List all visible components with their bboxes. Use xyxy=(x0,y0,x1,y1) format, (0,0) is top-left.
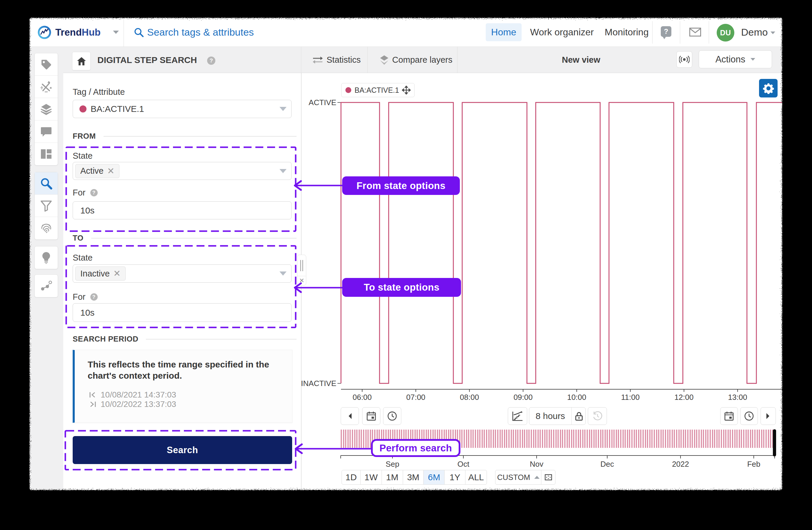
from-state-chip[interactable]: Active ✕ xyxy=(75,164,119,178)
zoom-preset-1w[interactable]: 1W xyxy=(361,470,382,484)
actions-button[interactable]: Actions xyxy=(699,50,772,68)
from-for-input[interactable]: 10s xyxy=(73,201,292,219)
sidebar-item-comments[interactable] xyxy=(35,121,58,143)
panel-collapse-button[interactable]: ✕ xyxy=(298,276,306,285)
end-time-button[interactable] xyxy=(740,407,758,425)
tag-color-dot xyxy=(79,106,87,112)
sidebar-rail xyxy=(29,47,63,490)
brand-name-bold: Trend xyxy=(55,27,82,38)
chart-settings-button[interactable] xyxy=(759,79,778,97)
sidebar-item-search[interactable] xyxy=(35,172,58,195)
title-help-icon[interactable]: ? xyxy=(207,57,215,65)
zoom-preset-1d[interactable]: 1D xyxy=(342,470,361,484)
from-state-select[interactable]: Active ✕ xyxy=(73,162,292,180)
skip-to-end-icon xyxy=(89,401,97,408)
nav-tab-home[interactable]: Home xyxy=(486,23,522,41)
skip-to-start-icon xyxy=(89,391,97,399)
compare-layers-button[interactable]: Compare layers xyxy=(373,47,457,73)
for-help-icon[interactable]: ? xyxy=(90,293,98,301)
for-help-icon[interactable]: ? xyxy=(90,189,98,196)
help-icon[interactable]: ? xyxy=(661,26,671,37)
zoom-preset-1y[interactable]: 1Y xyxy=(445,470,465,484)
header-divider xyxy=(652,21,653,44)
step-chart-icon xyxy=(512,411,523,421)
perform-search-callout: Perform search xyxy=(371,439,461,457)
end-calendar-button[interactable] xyxy=(720,407,738,425)
to-state-chip[interactable]: Inactive ✕ xyxy=(75,266,126,281)
trendhub-logo-icon xyxy=(38,26,51,39)
start-time-button[interactable] xyxy=(383,407,401,425)
context-tick-label: Feb xyxy=(747,460,760,469)
from-for-label: For xyxy=(73,188,86,198)
search-period-info-box: This reflects the time range specified i… xyxy=(73,350,292,423)
context-window-control[interactable]: 8 hours xyxy=(529,407,586,425)
note-line-1: This reflects the time range specified i… xyxy=(88,360,269,369)
sidebar-item-filter[interactable] xyxy=(35,195,58,217)
home-view-button[interactable] xyxy=(72,52,91,70)
sidebar-item-layers[interactable] xyxy=(35,98,58,121)
compare-layers-icon xyxy=(379,55,390,66)
brand-menu-caret-icon[interactable] xyxy=(113,31,119,34)
fit-range-button[interactable] xyxy=(541,470,555,484)
sidebar-item-fingerprint[interactable] xyxy=(35,217,58,239)
history-reset-button[interactable] xyxy=(588,407,607,425)
zoom-preset-6m[interactable]: 6M xyxy=(424,470,445,484)
sidebar-item-calculations[interactable] xyxy=(35,76,58,98)
lightbulb-icon xyxy=(41,251,52,264)
note-line-2: chart's context period. xyxy=(88,371,182,380)
live-mode-button[interactable] xyxy=(676,51,692,68)
nav-tab-monitoring[interactable]: Monitoring xyxy=(603,18,650,47)
splitter-grip-icon[interactable] xyxy=(298,255,306,276)
custom-range-label: CUSTOM xyxy=(497,473,530,482)
fit-view-icon xyxy=(545,474,552,480)
to-state-select[interactable]: Inactive ✕ xyxy=(73,264,292,283)
pan-right-button[interactable] xyxy=(760,407,776,425)
move-icon[interactable] xyxy=(402,86,411,95)
custom-range-button[interactable]: CUSTOM xyxy=(495,470,541,484)
context-tick-label: Nov xyxy=(530,460,543,469)
tag-attribute-select[interactable]: BA:ACTIVE.1 xyxy=(73,100,292,118)
x-tick-label: 08:00 xyxy=(460,393,479,402)
zoom-preset-group: 1D 1W 1M 3M 6M 1Y ALL xyxy=(342,470,487,485)
view-name[interactable]: New view xyxy=(552,47,610,73)
brand-name[interactable]: TrendHub xyxy=(55,18,119,47)
window-duration-value[interactable]: 8 hours xyxy=(529,407,571,424)
user-name[interactable]: Demo xyxy=(741,18,768,47)
step-interpolation-button[interactable] xyxy=(508,407,527,425)
statistics-button[interactable]: Statistics xyxy=(306,47,367,73)
sidebar-item-tags[interactable] xyxy=(35,53,58,76)
pan-left-button[interactable] xyxy=(341,407,359,425)
panel-splitter[interactable]: ✕ xyxy=(297,255,306,285)
tag-icon xyxy=(40,59,52,70)
context-tick-label: Sep xyxy=(386,460,399,469)
sidebar-group-search xyxy=(34,172,58,240)
nav-tab-work-organizer[interactable]: Work organizer xyxy=(527,18,597,47)
lock-icon[interactable] xyxy=(575,412,583,421)
sidebar-item-recommendations[interactable] xyxy=(35,247,58,269)
caret-up-icon xyxy=(534,476,539,479)
sidebar-item-context-items[interactable] xyxy=(35,275,58,297)
chip-remove-icon[interactable]: ✕ xyxy=(107,167,114,176)
zoom-preset-1m[interactable]: 1M xyxy=(382,470,403,484)
sidebar-group-recommendations xyxy=(34,246,58,269)
chart-legend-chip[interactable]: BA:ACTIVE.1 xyxy=(341,83,415,97)
brand-name-light: Hub xyxy=(82,27,101,38)
user-menu-caret-icon[interactable] xyxy=(770,31,775,34)
mail-icon[interactable] xyxy=(689,28,701,37)
zoom-preset-3m[interactable]: 3M xyxy=(403,470,424,484)
search-icon xyxy=(133,27,144,38)
global-search-input[interactable]: Search tags & attributes xyxy=(147,18,254,47)
avatar[interactable]: DU xyxy=(717,24,734,42)
zoom-preset-all[interactable]: ALL xyxy=(465,470,487,484)
sidebar-group-context xyxy=(34,275,58,297)
search-button[interactable]: Search xyxy=(73,436,292,464)
start-calendar-button[interactable] xyxy=(362,407,380,425)
context-tree-icon xyxy=(40,280,52,292)
to-for-input[interactable]: 10s xyxy=(73,303,292,322)
calendar-icon xyxy=(724,412,734,421)
context-scroll-handle[interactable] xyxy=(773,429,776,456)
legend-color-dot xyxy=(345,87,351,93)
toolbar-divider xyxy=(457,47,458,73)
sidebar-item-dashboard[interactable] xyxy=(35,143,58,165)
chip-remove-icon[interactable]: ✕ xyxy=(113,269,121,278)
